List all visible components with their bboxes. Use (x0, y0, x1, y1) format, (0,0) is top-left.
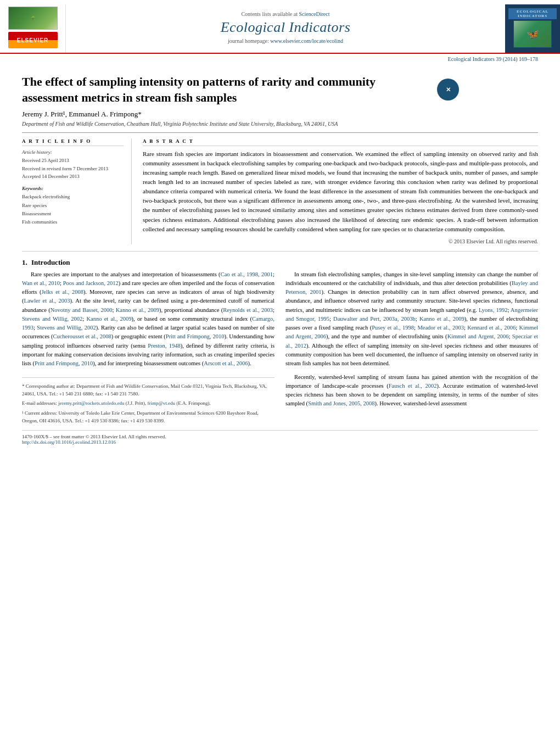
homepage-url[interactable]: www.elsevier.com/locate/ecolind (270, 38, 343, 44)
ref-pritt[interactable]: Pritt and Frimpong, 2010 (166, 333, 225, 339)
ref-kanno2[interactable]: Kanno et al., 2009 (86, 316, 131, 322)
intro-para-right-1: In stream fish electrofishing samples, c… (285, 270, 538, 369)
body-col-right: In stream fish electrofishing samples, c… (285, 270, 538, 425)
email1-link[interactable]: jeremy.pritt@rockets.utoledo.edu (58, 400, 124, 406)
footnote-corresponding: * Corresponding author at: Department of… (22, 382, 275, 398)
journal-title: Ecological Indicators (221, 19, 351, 36)
ref-cao[interactable]: Cao et al., 1998, 2001 (221, 271, 273, 277)
abstract-text: Rare stream fish species are important i… (143, 149, 538, 233)
section-heading: 1. Introduction (22, 258, 538, 267)
journal-homepage: journal homepage: www.elsevier.com/locat… (228, 38, 343, 44)
footer-doi: http://dx.doi.org/10.1016/j.ecolind.2013… (22, 439, 538, 445)
ref-meador[interactable]: Meador et al., 2003 (417, 325, 463, 331)
footer-bottom: 1470-160X/$ – see front matter © 2013 El… (22, 430, 538, 445)
ref-kanno3[interactable]: Kanno et al., 2009 (419, 316, 464, 322)
footer-issn: 1470-160X/$ – see front matter © 2013 El… (22, 434, 538, 439)
ref-preston[interactable]: Preston, 1948 (148, 343, 180, 349)
article-dates: Received 25 April 2013 Received in revis… (22, 157, 124, 180)
ref-stevens2[interactable]: Stevens and Willig, 2002 (37, 325, 96, 331)
article-title: The effect of sampling intensity on patt… (22, 74, 428, 105)
crossmark-badge[interactable]: ✕ (437, 79, 459, 101)
ref-kanno[interactable]: Kanno et al., 2009 (116, 307, 159, 313)
ref-stevens[interactable]: Stevens and Willig, 2002 (22, 316, 82, 322)
sciencedirect-link[interactable]: ScienceDirect (299, 11, 329, 17)
elsevier-wordmark: ELSEVIER (8, 32, 58, 48)
author-affiliation: Department of Fish and Wildlife Conserva… (22, 121, 538, 133)
ref-pritt2[interactable]: Pritt and Frimpong, 2010 (35, 360, 93, 366)
body-col-left: Rare species are important to the analys… (22, 270, 275, 425)
page: 🌳 ELSEVIER Contents lists available at S… (0, 0, 560, 456)
ref-jelks[interactable]: Jelks et al., 2008 (41, 289, 83, 295)
body-columns: Rare species are important to the analys… (22, 270, 538, 425)
article-container: The effect of sampling intensity on patt… (0, 64, 560, 456)
email2-link[interactable]: frimp@vt.edu (147, 400, 175, 406)
article-history-label: Article history: (22, 149, 124, 155)
ref-wan[interactable]: Wan et al., 2010 (22, 280, 60, 286)
keywords-label: Keywords: (22, 186, 124, 191)
keywords-list: Backpack electrofishing Rare species Bio… (22, 193, 124, 226)
article-info-abstract-row: A R T I C L E I N F O Article history: R… (22, 138, 538, 244)
doi-link[interactable]: http://dx.doi.org/10.1016/j.ecolind.2013… (22, 439, 116, 445)
ref-kennard[interactable]: Kennard et al., 2006 (467, 325, 516, 331)
ref-bayley[interactable]: Bayley and Peterson, 2001 (285, 280, 538, 295)
footnote-email: E-mail addresses: jeremy.pritt@rockets.u… (22, 399, 275, 407)
contents-available: Contents lists available at ScienceDirec… (241, 11, 329, 17)
copyright: © 2013 Elsevier Ltd. All rights reserved… (143, 238, 538, 244)
ref-pusey[interactable]: Pusey et al., 1998 (372, 325, 414, 331)
intro-para-left: Rare species are important to the analys… (22, 270, 275, 369)
elsevier-logo: 🌳 ELSEVIER (0, 4, 66, 53)
eco-badge-top: ECOLOGICAL INDICATORS (508, 8, 557, 19)
article-info-column: A R T I C L E I N F O Article history: R… (22, 138, 132, 244)
journal-header: 🌳 ELSEVIER Contents lists available at S… (0, 0, 560, 54)
ref-reynolds[interactable]: Reynolds et al., 2003 (223, 307, 273, 313)
footnote-area: * Corresponding author at: Department of… (22, 377, 275, 425)
ref-arscott[interactable]: Arscott et al., 2006 (204, 360, 248, 366)
ref-smith[interactable]: Smith and Jones, 2005, 2008 (308, 400, 374, 406)
article-title-row: The effect of sampling intensity on patt… (22, 74, 538, 110)
journal-header-center: Contents lists available at ScienceDirec… (66, 4, 505, 53)
intro-para-right-2: Recently, watershed-level sampling of st… (285, 373, 538, 409)
ref-cucherousset[interactable]: Cucherousset et al., 2008 (53, 333, 111, 339)
abstract-column: A B S T R A C T Rare stream fish species… (143, 138, 538, 244)
ref-fausch[interactable]: Fausch et al., 2002 (389, 383, 437, 389)
article-info-heading: A R T I C L E I N F O (22, 138, 124, 146)
ref-kimmel2[interactable]: Kimmel and Argent, 2006 (447, 333, 509, 339)
crossmark-icon: ✕ (437, 79, 459, 101)
section-divider (22, 251, 538, 252)
ref-lyons[interactable]: Lyons, 1992 (479, 307, 507, 313)
eco-badge-image: 🦋 (513, 20, 552, 48)
journal-logo-right: ECOLOGICAL INDICATORS 🦋 (505, 4, 560, 53)
journal-ref-line: Ecological Indicators 39 (2014) 169–178 (0, 54, 560, 64)
ref-dauwalter[interactable]: Dauwalter and Pert, 2003a, 2003b (333, 316, 416, 322)
ref-novotny[interactable]: Novotny and Basset, 2000 (51, 307, 113, 313)
authors: Jeremy J. Pritt¹, Emmanuel A. Frimpong* (22, 110, 538, 119)
footnote-current-address: ¹ Current address: University of Toledo … (22, 409, 275, 425)
abstract-heading: A B S T R A C T (143, 138, 538, 146)
ref-lawler[interactable]: Lawler et al., 2003 (24, 298, 70, 304)
ref-poos[interactable]: Poos and Jackson, 2012 (63, 280, 119, 286)
